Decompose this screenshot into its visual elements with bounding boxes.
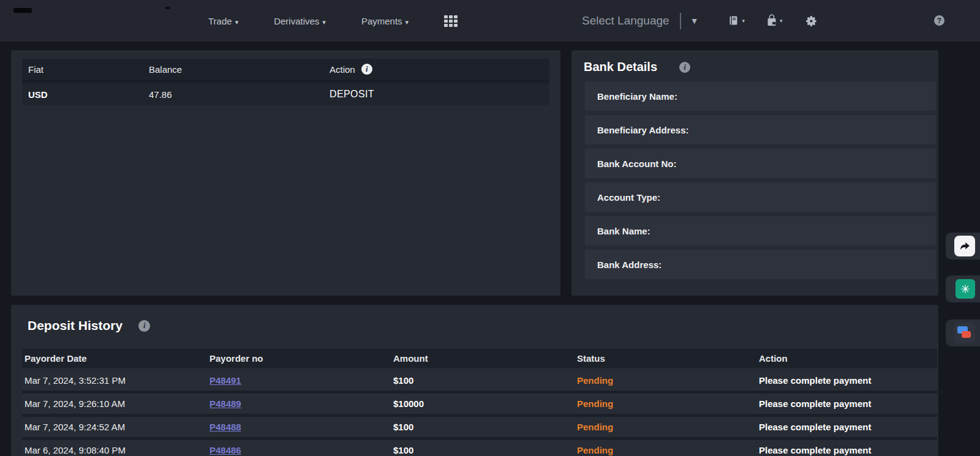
bank-details-title: Bank Details — [584, 60, 657, 74]
fiat-table: Fiat Balance Action USD 47.86 DEPOSIT — [22, 59, 549, 105]
payorder-link[interactable]: P48486 — [209, 445, 393, 455]
deposit-table-body: Mar 7, 2024, 3:52:31 PM P48491 $100 Pend… — [22, 370, 937, 456]
amount: $100 — [393, 422, 577, 432]
fiat-table-header: Fiat Balance Action — [22, 59, 549, 80]
top-navbar: Trade Derivatives Payments Select Langua… — [0, 0, 980, 42]
chevron-down-icon — [780, 18, 783, 24]
fiat-balance-panel: Fiat Balance Action USD 47.86 DEPOSIT — [11, 50, 560, 296]
chevron-down-icon — [742, 18, 745, 24]
logo-artifact — [165, 7, 170, 9]
chatgpt-extension-button[interactable] — [946, 275, 980, 302]
table-row: Mar 7, 2024, 3:52:31 PM P48491 $100 Pend… — [22, 370, 937, 391]
table-row: Mar 6, 2024, 9:08:40 PM P48486 $100 Pend… — [22, 440, 937, 456]
amount: $10000 — [393, 398, 577, 409]
share-extension-button[interactable] — [946, 233, 980, 260]
deposit-table-header: Payorder Date Payorder no Amount Status … — [22, 349, 937, 368]
payorder-link[interactable]: P48488 — [209, 422, 393, 432]
payorder-date: Mar 7, 2024, 9:26:10 AM — [24, 398, 209, 409]
help-icon[interactable] — [934, 15, 944, 26]
main-menu: Trade Derivatives Payments — [208, 0, 458, 42]
action-info-icon[interactable] — [361, 64, 372, 75]
bank-fields-list: Beneficiary Name: Beneficiary Address: B… — [585, 81, 936, 279]
navbar-right: Select Language — [582, 0, 818, 42]
action-text: Please complete payment — [759, 422, 937, 432]
chat-extension-button[interactable] — [946, 320, 980, 346]
menu-derivatives[interactable]: Derivatives — [274, 16, 326, 26]
status-badge: Pending — [577, 398, 759, 409]
divider — [680, 13, 681, 29]
balance-header-label: Balance — [149, 64, 330, 75]
orders-book-icon[interactable] — [728, 15, 745, 27]
language-dropdown-icon[interactable] — [690, 16, 699, 26]
wallet-lock-icon[interactable] — [766, 14, 783, 28]
bank-field-beneficiary-name: Beneficiary Name: — [585, 81, 936, 111]
chatgpt-icon — [956, 279, 975, 299]
action-text: Please complete payment — [759, 398, 937, 409]
col-amount: Amount — [393, 353, 577, 364]
payorder-date: Mar 7, 2024, 9:24:52 AM — [24, 422, 209, 432]
action-text: Please complete payment — [759, 445, 937, 455]
deposit-history-title: Deposit History — [28, 318, 123, 333]
fiat-currency: USD — [28, 89, 149, 100]
apps-grid-icon[interactable] — [444, 15, 458, 27]
language-selector[interactable]: Select Language — [582, 14, 669, 28]
bank-details-panel: Bank Details Beneficiary Name: Beneficia… — [571, 50, 938, 296]
action-header-label: Action — [330, 64, 355, 75]
bank-details-info-icon[interactable] — [679, 62, 690, 73]
settings-gear-icon[interactable] — [805, 15, 818, 28]
status-badge: Pending — [577, 422, 759, 432]
brand-logo[interactable] — [13, 8, 32, 13]
action-text: Please complete payment — [759, 375, 937, 386]
menu-trade[interactable]: Trade — [208, 16, 238, 26]
col-action: Action — [759, 353, 937, 364]
bank-field-bank-address: Bank Address: — [585, 250, 936, 279]
status-badge: Pending — [577, 445, 759, 455]
deposit-action-link[interactable]: DEPOSIT — [330, 89, 549, 100]
payorder-date: Mar 6, 2024, 9:08:40 PM — [24, 445, 209, 455]
fiat-header-label: Fiat — [28, 64, 149, 75]
table-row: Mar 7, 2024, 9:24:52 AM P48488 $100 Pend… — [22, 417, 937, 437]
payorder-date: Mar 7, 2024, 3:52:31 PM — [24, 375, 209, 386]
share-arrow-icon — [954, 236, 975, 256]
chat-bubbles-icon — [954, 323, 975, 343]
bank-field-account-no: Bank Account No: — [585, 149, 936, 178]
amount: $100 — [393, 375, 577, 386]
bank-field-beneficiary-address: Beneficiary Address: — [585, 115, 936, 144]
fiat-table-row: USD 47.86 DEPOSIT — [22, 83, 549, 105]
menu-payments[interactable]: Payments — [361, 16, 409, 26]
deposit-history-panel: Deposit History Payorder Date Payorder n… — [11, 305, 938, 456]
status-badge: Pending — [577, 375, 759, 386]
deposit-history-info-icon[interactable] — [138, 320, 150, 332]
bank-field-bank-name: Bank Name: — [585, 216, 936, 245]
payorder-link[interactable]: P48489 — [209, 398, 393, 409]
table-row: Mar 7, 2024, 9:26:10 AM P48489 $10000 Pe… — [22, 394, 937, 414]
col-payorder-no: Payorder no — [209, 353, 393, 364]
col-payorder-date: Payorder Date — [24, 353, 209, 364]
bank-field-account-type: Account Type: — [585, 182, 936, 212]
payorder-link[interactable]: P48491 — [209, 375, 393, 386]
amount: $100 — [393, 445, 577, 455]
col-status: Status — [577, 353, 759, 364]
fiat-balance-value: 47.86 — [149, 89, 330, 100]
